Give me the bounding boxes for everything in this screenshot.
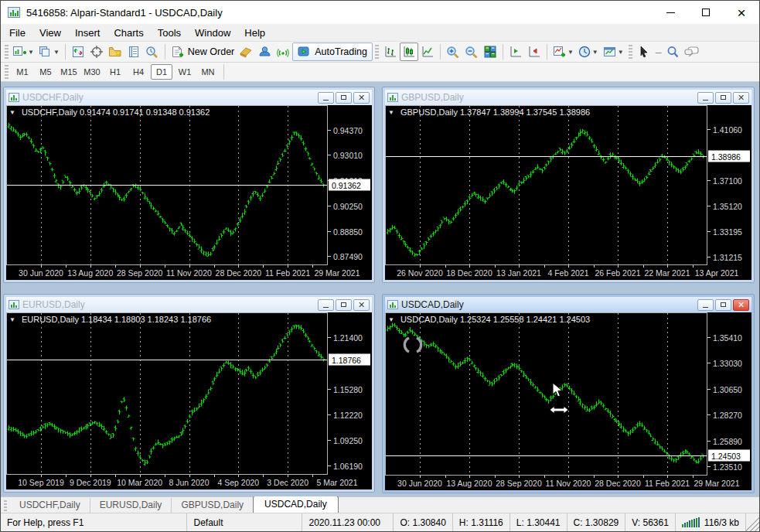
chevron-down-icon: ▼ xyxy=(618,49,624,56)
new-chart-button[interactable]: ▼ xyxy=(11,43,36,61)
price-chart[interactable]: ▼USDCAD,Daily 1.25324 1.25558 1.24421 1.… xyxy=(385,312,751,490)
timeframe-h1[interactable]: H1 xyxy=(104,64,126,80)
tabbar-grip[interactable] xyxy=(4,500,7,511)
new-order-button[interactable]: New Order xyxy=(169,43,237,61)
minimize-icon xyxy=(323,100,329,101)
chart-legend[interactable]: ▼USDCHF,Daily 0.91474 0.91741 0.91348 0.… xyxy=(9,107,210,117)
minimize-icon xyxy=(703,307,708,308)
chart-window-gbpusd[interactable]: GBPUSD,Daily ✕ ▼GBPUSD,Daily 1.37847 1.3… xyxy=(383,87,754,282)
chart-maximize-button[interactable] xyxy=(336,299,352,311)
signals-button[interactable] xyxy=(274,43,292,61)
line-chart-button[interactable] xyxy=(418,43,437,61)
community-button[interactable] xyxy=(255,43,274,61)
menu-view[interactable]: View xyxy=(32,26,68,40)
indicators-button[interactable]: ▼ xyxy=(550,43,576,61)
strategy-tester-button[interactable] xyxy=(143,43,162,61)
svg-text:18 Dec 2020: 18 Dec 2020 xyxy=(446,268,492,278)
chart-legend[interactable]: ▼USDCAD,Daily 1.25324 1.25558 1.24421 1.… xyxy=(388,315,590,324)
chart-shift-button[interactable] xyxy=(525,43,544,61)
periods-button[interactable]: ▼ xyxy=(576,43,601,61)
menu-window[interactable]: Window xyxy=(188,26,237,40)
timeframes-toolbar: M1 M5 M15 M30 H1 H4 D1 W1 MN xyxy=(1,63,759,82)
menu-insert[interactable]: Insert xyxy=(68,26,107,40)
svg-text:0.94370: 0.94370 xyxy=(333,126,363,135)
svg-text:28 Dec 2020: 28 Dec 2020 xyxy=(216,268,262,278)
chart-minimize-button[interactable] xyxy=(318,92,334,104)
tab-eurusd[interactable]: EURUSD,Daily xyxy=(90,498,172,513)
chart-legend[interactable]: ▼EURUSD,Daily 1.18434 1.18803 1.18243 1.… xyxy=(9,315,211,324)
price-chart[interactable]: ▼GBPUSD,Daily 1.37847 1.38994 1.37545 1.… xyxy=(385,105,751,280)
candlestick-button[interactable] xyxy=(400,43,418,61)
window-resize-grip[interactable] xyxy=(746,513,759,531)
bar-chart-button[interactable] xyxy=(381,43,400,61)
chart-close-button[interactable]: ✕ xyxy=(733,299,749,311)
chart-maximize-button[interactable] xyxy=(715,299,731,311)
svg-text:1.38986: 1.38986 xyxy=(711,152,741,162)
tab-gbpusd[interactable]: GBPUSD,Daily xyxy=(172,498,253,513)
timeframe-m5[interactable]: M5 xyxy=(35,64,56,80)
menu-help[interactable]: Help xyxy=(237,26,272,40)
chart-close-button[interactable]: ✕ xyxy=(733,92,749,104)
minimize-button[interactable] xyxy=(653,1,688,24)
timeframe-h4[interactable]: H4 xyxy=(128,64,149,80)
timeframe-m30[interactable]: M30 xyxy=(81,64,103,80)
maximize-button[interactable] xyxy=(688,1,724,24)
chart-window-usdchf[interactable]: USDCHF,Daily ✕ ▼USDCHF,Daily 0.91474 0.9… xyxy=(4,87,374,282)
chart-window-titlebar[interactable]: EURUSD,Daily ✕ xyxy=(6,297,372,312)
menu-tools[interactable]: Tools xyxy=(151,26,188,40)
chart-window-titlebar[interactable]: GBPUSD,Daily ✕ xyxy=(385,90,751,105)
comments-button[interactable] xyxy=(682,43,701,61)
tab-usdcad[interactable]: USDCAD,Daily xyxy=(253,496,339,513)
standard-toolbar: ▼ ▼ New Order xyxy=(1,41,759,63)
timeframe-m15[interactable]: M15 xyxy=(58,64,80,80)
status-profile[interactable]: Default xyxy=(186,513,302,531)
title-bar[interactable]: 5416858: Alpari-Standard1 - USDCAD,Daily… xyxy=(1,1,759,24)
market-watch-button[interactable] xyxy=(69,43,87,61)
tile-windows-button[interactable] xyxy=(481,43,499,61)
menu-file[interactable]: File xyxy=(2,26,32,40)
crosshair-button[interactable] xyxy=(87,43,106,61)
chart-maximize-button[interactable] xyxy=(715,92,731,104)
chart-window-eurusd[interactable]: EURUSD,Daily ✕ ▼EURUSD,Daily 1.18434 1.1… xyxy=(4,295,374,492)
price-chart[interactable]: ▼USDCHF,Daily 0.91474 0.91741 0.91348 0.… xyxy=(6,105,372,280)
timeframe-mn[interactable]: MN xyxy=(197,64,219,80)
svg-text:11 Nov 2020: 11 Nov 2020 xyxy=(546,479,591,488)
timeframe-m1[interactable]: M1 xyxy=(12,64,33,80)
status-open: O: 1.30840 xyxy=(394,513,452,531)
cursor-arrow-icon xyxy=(639,46,649,58)
tab-usdchf[interactable]: USDCHF,Daily xyxy=(10,498,90,513)
close-button[interactable]: × xyxy=(724,1,759,24)
toolbar-grip[interactable] xyxy=(5,45,9,59)
toolbar-grip[interactable] xyxy=(629,45,632,59)
profiles-button[interactable]: ▼ xyxy=(36,43,62,61)
chart-close-button[interactable]: ✕ xyxy=(353,299,370,311)
autotrading-button[interactable]: AutoTrading xyxy=(292,43,373,61)
timeframe-d1[interactable]: D1 xyxy=(151,64,172,80)
chevron-down-icon: ▼ xyxy=(9,109,15,116)
chart-window-usdcad[interactable]: USDCAD,Daily ✕ ▼USDCAD,Daily 1.25324 1.2… xyxy=(383,295,754,493)
zoom-out-button[interactable] xyxy=(462,43,481,61)
zoom-in-button[interactable] xyxy=(444,43,462,61)
chart-legend[interactable]: ▼GBPUSD,Daily 1.37847 1.38994 1.37545 1.… xyxy=(388,107,590,117)
svg-text:13 Aug 2020: 13 Aug 2020 xyxy=(447,479,492,488)
menu-charts[interactable]: Charts xyxy=(107,26,150,40)
timeframe-w1[interactable]: W1 xyxy=(174,64,196,80)
chart-window-titlebar[interactable]: USDCHF,Daily ✕ xyxy=(6,90,372,105)
magnifier-button[interactable] xyxy=(663,43,682,61)
navigator-button[interactable] xyxy=(106,43,124,61)
cursor-button[interactable] xyxy=(635,43,653,61)
auto-scroll-button[interactable] xyxy=(506,43,525,61)
terminal-button[interactable] xyxy=(124,43,143,61)
chart-window-titlebar[interactable]: USDCAD,Daily ✕ xyxy=(385,297,751,312)
chart-minimize-button[interactable] xyxy=(697,299,714,311)
chart-minimize-button[interactable] xyxy=(697,92,714,104)
toolbar-grip[interactable] xyxy=(375,45,379,59)
chart-close-button[interactable]: ✕ xyxy=(353,92,370,104)
templates-button[interactable]: ▼ xyxy=(601,43,626,61)
chart-minimize-button[interactable] xyxy=(318,299,334,311)
toolbar-grip[interactable] xyxy=(5,65,9,79)
bar-chart-icon xyxy=(384,46,397,58)
chart-maximize-button[interactable] xyxy=(336,92,352,104)
metaeditor-button[interactable] xyxy=(237,43,255,61)
price-chart[interactable]: ▼EURUSD,Daily 1.18434 1.18803 1.18243 1.… xyxy=(6,312,372,489)
